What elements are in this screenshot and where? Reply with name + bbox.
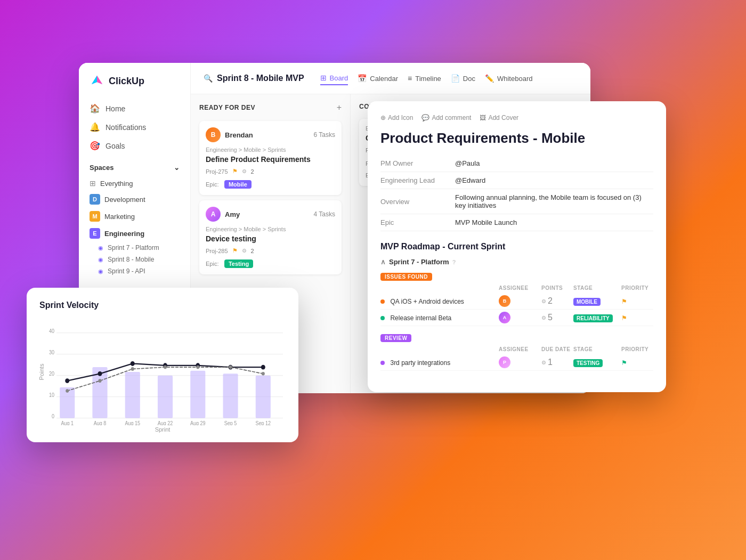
chart-svg: Points 0 10 20 30 40 [39, 319, 286, 425]
meta-value-epic: MVP Mobile Launch [455, 214, 653, 231]
svg-point-28 [164, 366, 167, 369]
sprint8-label: Sprint 8 - Mobile [108, 256, 154, 263]
top-bar: 🔍 Sprint 8 - Mobile MVP ⊞ Board 📅 Calend… [191, 63, 590, 94]
meta-key-epic: Epic [380, 214, 455, 231]
engineering-badge: E [90, 228, 100, 239]
svg-point-19 [98, 371, 102, 376]
engineering-label: Engineering [104, 230, 144, 238]
comment-icon: 💬 [421, 114, 429, 121]
doc-toolbar: ⊕ Add Icon 💬 Add comment 🖼 Add Cover [380, 114, 653, 121]
bell-icon: 🔔 [90, 122, 100, 132]
brendan-task-title: Define Product Requirements [206, 155, 335, 164]
notifications-label: Notifications [106, 123, 146, 132]
3rdparty-points: 1 [548, 358, 553, 367]
col-task [380, 285, 499, 291]
assignee-row-amy: A Amy [206, 207, 240, 222]
add-icon-label: Add Icon [388, 114, 413, 121]
review-row-1-task: 3rd party integrations [380, 358, 499, 367]
svg-rect-15 [190, 371, 205, 418]
issues-row-2-assignee: A [499, 312, 541, 323]
timeline-icon: ≡ [408, 74, 412, 83]
sidebar-sprint7[interactable]: ◉ Sprint 7 - Platform [79, 242, 190, 254]
amy-proj-id: Proj-285 [206, 248, 228, 254]
sprint-icon-9: ◉ [98, 268, 103, 275]
qa-ios-points: 2 [548, 296, 553, 306]
epic-label-amy: Epic: [206, 261, 218, 267]
svg-point-27 [131, 367, 134, 371]
sidebar-sprint8[interactable]: ◉ Sprint 8 - Mobile [79, 254, 190, 265]
issues-row-2-task: Release internal Beta [380, 313, 499, 322]
sidebar-sprint9[interactable]: ◉ Sprint 9 - API [79, 265, 190, 277]
sidebar-item-everything[interactable]: ⊞ Everything [79, 176, 190, 191]
review-tag: REVIEW [380, 334, 411, 342]
review-row-1-priority: ⚑ [621, 358, 653, 367]
meta-value-eng: @Edward [455, 172, 653, 189]
cover-icon: 🖼 [480, 114, 486, 121]
sidebar-item-marketing[interactable]: M Marketing [79, 208, 190, 225]
meta-row-eng: Engineering Lead @Edward [380, 172, 653, 189]
meta-key-pm: PM Owner [380, 155, 455, 172]
priority-flag-2: ⚑ [621, 314, 627, 322]
sidebar-item-goals[interactable]: 🎯 Goals [79, 136, 190, 155]
whiteboard-tab-label: Whiteboard [497, 75, 532, 83]
sidebar-item-development[interactable]: D Development [79, 191, 190, 208]
col-priority: PRIORITY [621, 285, 653, 291]
amy-task-path: Engineering > Mobile > Sprints [206, 226, 335, 232]
meta-row-overview: Overview Following annual planning, the … [380, 189, 653, 214]
add-comment-button[interactable]: 💬 Add comment [421, 114, 471, 121]
issues-row-1-assignee: B [499, 295, 541, 307]
whiteboard-icon: ✏️ [485, 74, 494, 83]
column-add-button[interactable]: + [337, 103, 342, 112]
task-group-header-brendan: B Brendan 6 Tasks [206, 127, 335, 142]
avatar-3rdparty: P [499, 356, 510, 368]
sprint-icon-8: ◉ [98, 256, 103, 263]
svg-point-18 [65, 378, 69, 383]
svg-point-31 [262, 372, 265, 376]
sprint-section-name: Sprint 7 - Platform [389, 258, 449, 266]
svg-point-25 [66, 389, 69, 393]
tab-calendar[interactable]: 📅 Calendar [358, 72, 398, 85]
sidebar-item-home[interactable]: 🏠 Home [79, 99, 190, 118]
gear-icon-1: ⚙ [541, 298, 546, 304]
epic-label-brendan: Epic: [206, 181, 218, 188]
tab-whiteboard[interactable]: ✏️ Whiteboard [485, 72, 532, 85]
issues-row-2-priority: ⚑ [621, 313, 653, 322]
add-cover-button[interactable]: 🖼 Add Cover [480, 114, 518, 121]
spaces-section: Spaces ⌄ [79, 155, 190, 176]
x-axis-label: Sprint [39, 426, 286, 433]
app-name: ClickUp [109, 76, 144, 87]
svg-text:40: 40 [49, 328, 54, 334]
priority-flag-green-1: ⚑ [621, 359, 627, 367]
brendan-name: Brendan [225, 131, 253, 139]
amy-name: Amy [225, 210, 240, 218]
board-tab-label: Board [330, 74, 348, 82]
svg-point-24 [261, 365, 265, 370]
chevron-icon: ∧ [380, 258, 386, 266]
review-row-1-stage: TESTING [573, 358, 621, 367]
home-icon: 🏠 [90, 103, 100, 113]
marketing-badge: M [90, 211, 100, 222]
help-icon: ? [452, 259, 456, 265]
sidebar-item-engineering[interactable]: E Engineering [79, 225, 190, 242]
add-icon-button[interactable]: ⊕ Add Icon [380, 114, 413, 121]
stage-badge-qa-ios: MOBILE [573, 298, 601, 306]
tab-doc[interactable]: 📄 Doc [451, 72, 475, 85]
col-assignee: ASSIGNEE [499, 285, 541, 291]
doc-tab-label: Doc [463, 75, 475, 83]
amy-task-meta: Proj-285 ⚑ ⚙ 2 [206, 247, 335, 254]
meta-row-pm: PM Owner @Paula [380, 155, 653, 172]
marketing-label: Marketing [104, 213, 135, 221]
stage-badge-release-beta: RELIABILITY [573, 314, 613, 322]
search-icon: 🔍 [204, 74, 213, 83]
chart-container: Points 0 10 20 30 40 [39, 319, 286, 425]
svg-text:Sep 12: Sep 12 [256, 420, 271, 425]
tab-board[interactable]: ⊞ Board [320, 71, 348, 85]
review-section: REVIEW ASSIGNEE DUE DATE STAGE PRIORITY … [380, 332, 653, 371]
board-icon: ⊞ [320, 74, 327, 82]
sidebar-item-notifications[interactable]: 🔔 Notifications [79, 118, 190, 136]
chart-title: Sprint Velocity [39, 301, 286, 310]
review-col-stage: STAGE [573, 346, 621, 352]
tab-timeline[interactable]: ≡ Timeline [408, 72, 441, 85]
goals-label: Goals [106, 142, 125, 150]
3rdparty-label: 3rd party integrations [390, 359, 450, 367]
